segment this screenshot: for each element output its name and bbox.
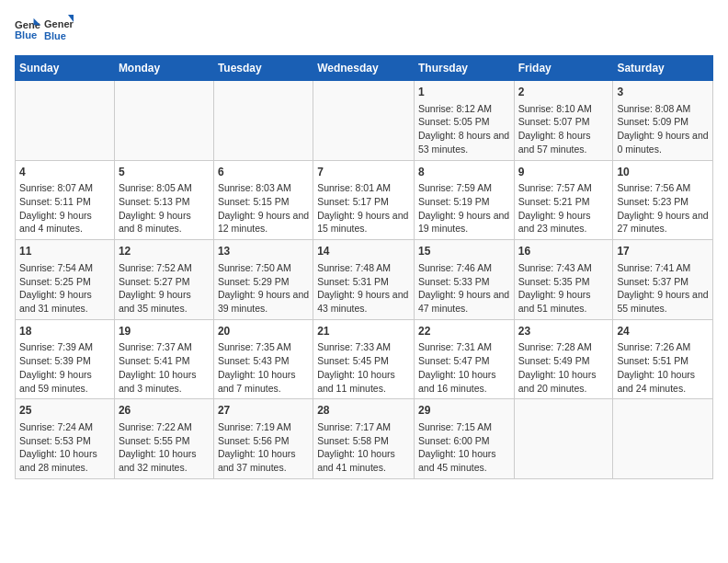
calendar-cell: 22Sunrise: 7:31 AMSunset: 5:47 PMDayligh…	[414, 319, 514, 399]
calendar-cell	[313, 81, 415, 161]
calendar-cell: 8Sunrise: 7:59 AMSunset: 5:19 PMDaylight…	[414, 160, 514, 240]
weekday-header-saturday: Saturday	[613, 56, 713, 81]
day-info: Sunrise: 7:48 AMSunset: 5:31 PMDaylight:…	[317, 261, 410, 316]
day-number: 27	[218, 403, 309, 419]
logo: General Blue General Blue	[15, 15, 74, 44]
calendar-cell	[514, 399, 613, 479]
day-number: 2	[518, 85, 609, 100]
calendar-cell: 6Sunrise: 8:03 AMSunset: 5:15 PMDaylight…	[213, 160, 313, 240]
calendar-cell	[213, 81, 313, 161]
day-info: Sunrise: 7:46 AMSunset: 5:33 PMDaylight:…	[418, 261, 510, 316]
day-info: Sunrise: 7:59 AMSunset: 5:19 PMDaylight:…	[418, 181, 510, 236]
day-info: Sunrise: 7:57 AMSunset: 5:21 PMDaylight:…	[518, 181, 609, 236]
calendar-cell: 12Sunrise: 7:52 AMSunset: 5:27 PMDayligh…	[114, 240, 213, 320]
day-info: Sunrise: 8:01 AMSunset: 5:17 PMDaylight:…	[317, 181, 410, 236]
calendar-cell: 29Sunrise: 7:15 AMSunset: 6:00 PMDayligh…	[414, 399, 514, 479]
day-number: 12	[119, 244, 210, 259]
svg-text:Blue: Blue	[44, 30, 66, 41]
day-info: Sunrise: 8:08 AMSunset: 5:09 PMDaylight:…	[617, 102, 709, 156]
day-number: 24	[617, 324, 709, 339]
day-number: 14	[317, 244, 410, 259]
day-info: Sunrise: 8:12 AMSunset: 5:05 PMDaylight:…	[418, 102, 510, 156]
day-number: 21	[317, 324, 410, 339]
day-number: 5	[119, 165, 210, 180]
day-number: 9	[518, 165, 609, 180]
calendar-cell: 4Sunrise: 8:07 AMSunset: 5:11 PMDaylight…	[16, 160, 115, 240]
calendar-cell: 24Sunrise: 7:26 AMSunset: 5:51 PMDayligh…	[613, 319, 713, 399]
calendar-cell: 1Sunrise: 8:12 AMSunset: 5:05 PMDaylight…	[414, 81, 514, 161]
day-info: Sunrise: 7:35 AMSunset: 5:43 PMDaylight:…	[218, 340, 309, 395]
calendar-cell: 2Sunrise: 8:10 AMSunset: 5:07 PMDaylight…	[514, 81, 613, 161]
day-number: 25	[19, 403, 110, 419]
day-number: 16	[518, 244, 609, 259]
day-number: 19	[119, 324, 210, 339]
calendar-cell: 15Sunrise: 7:46 AMSunset: 5:33 PMDayligh…	[414, 240, 514, 320]
day-number: 29	[418, 403, 510, 419]
weekday-header-friday: Friday	[514, 56, 613, 81]
day-number: 8	[418, 165, 510, 180]
calendar-cell: 20Sunrise: 7:35 AMSunset: 5:43 PMDayligh…	[213, 319, 313, 399]
general-blue-logo-icon: General Blue	[44, 15, 74, 44]
calendar-cell: 10Sunrise: 7:56 AMSunset: 5:23 PMDayligh…	[613, 160, 713, 240]
calendar-cell: 13Sunrise: 7:50 AMSunset: 5:29 PMDayligh…	[213, 240, 313, 320]
day-number: 6	[218, 165, 309, 180]
calendar-cell: 3Sunrise: 8:08 AMSunset: 5:09 PMDaylight…	[613, 81, 713, 161]
weekday-header-wednesday: Wednesday	[313, 56, 415, 81]
day-info: Sunrise: 7:39 AMSunset: 5:39 PMDaylight:…	[19, 340, 110, 395]
day-info: Sunrise: 7:26 AMSunset: 5:51 PMDaylight:…	[617, 340, 709, 395]
calendar-cell	[613, 399, 713, 479]
day-number: 1	[418, 85, 510, 100]
day-info: Sunrise: 7:41 AMSunset: 5:37 PMDaylight:…	[617, 261, 709, 316]
day-number: 23	[518, 324, 609, 339]
weekday-header-sunday: Sunday	[16, 56, 115, 81]
calendar-cell: 9Sunrise: 7:57 AMSunset: 5:21 PMDaylight…	[514, 160, 613, 240]
day-info: Sunrise: 7:15 AMSunset: 6:00 PMDaylight:…	[418, 420, 510, 475]
day-number: 17	[617, 244, 709, 259]
day-number: 28	[317, 403, 410, 419]
weekday-header-tuesday: Tuesday	[213, 56, 313, 81]
calendar-cell	[114, 81, 213, 161]
day-info: Sunrise: 7:52 AMSunset: 5:27 PMDaylight:…	[119, 261, 210, 316]
day-number: 20	[218, 324, 309, 339]
calendar-table: SundayMondayTuesdayWednesdayThursdayFrid…	[15, 55, 713, 479]
day-number: 4	[19, 165, 110, 180]
calendar-cell: 18Sunrise: 7:39 AMSunset: 5:39 PMDayligh…	[16, 319, 115, 399]
day-info: Sunrise: 8:07 AMSunset: 5:11 PMDaylight:…	[19, 181, 110, 236]
weekday-header-monday: Monday	[114, 56, 213, 81]
day-number: 11	[19, 244, 110, 259]
calendar-cell: 16Sunrise: 7:43 AMSunset: 5:35 PMDayligh…	[514, 240, 613, 320]
calendar-cell: 21Sunrise: 7:33 AMSunset: 5:45 PMDayligh…	[313, 319, 415, 399]
day-number: 3	[617, 85, 709, 100]
calendar-cell: 14Sunrise: 7:48 AMSunset: 5:31 PMDayligh…	[313, 240, 415, 320]
day-info: Sunrise: 7:54 AMSunset: 5:25 PMDaylight:…	[19, 261, 110, 316]
day-info: Sunrise: 7:28 AMSunset: 5:49 PMDaylight:…	[518, 340, 609, 395]
day-number: 13	[218, 244, 309, 259]
svg-text:Blue: Blue	[15, 29, 37, 40]
day-number: 15	[418, 244, 510, 259]
calendar-cell: 11Sunrise: 7:54 AMSunset: 5:25 PMDayligh…	[16, 240, 115, 320]
calendar-cell: 27Sunrise: 7:19 AMSunset: 5:56 PMDayligh…	[213, 399, 313, 479]
day-number: 22	[418, 324, 510, 339]
day-info: Sunrise: 7:31 AMSunset: 5:47 PMDaylight:…	[418, 340, 510, 395]
calendar-cell: 26Sunrise: 7:22 AMSunset: 5:55 PMDayligh…	[114, 399, 213, 479]
day-number: 26	[119, 403, 210, 419]
calendar-cell: 7Sunrise: 8:01 AMSunset: 5:17 PMDaylight…	[313, 160, 415, 240]
day-info: Sunrise: 8:03 AMSunset: 5:15 PMDaylight:…	[218, 181, 309, 236]
calendar-cell: 5Sunrise: 8:05 AMSunset: 5:13 PMDaylight…	[114, 160, 213, 240]
day-number: 7	[317, 165, 410, 180]
day-info: Sunrise: 7:19 AMSunset: 5:56 PMDaylight:…	[218, 420, 309, 475]
svg-text:General: General	[44, 18, 74, 29]
calendar-cell: 17Sunrise: 7:41 AMSunset: 5:37 PMDayligh…	[613, 240, 713, 320]
calendar-cell: 23Sunrise: 7:28 AMSunset: 5:49 PMDayligh…	[514, 319, 613, 399]
calendar-cell	[16, 81, 115, 161]
day-number: 18	[19, 324, 110, 339]
calendar-cell: 25Sunrise: 7:24 AMSunset: 5:53 PMDayligh…	[16, 399, 115, 479]
day-info: Sunrise: 7:37 AMSunset: 5:41 PMDaylight:…	[119, 340, 210, 395]
weekday-header-thursday: Thursday	[414, 56, 514, 81]
day-number: 10	[617, 165, 709, 180]
calendar-cell: 19Sunrise: 7:37 AMSunset: 5:41 PMDayligh…	[114, 319, 213, 399]
day-info: Sunrise: 7:22 AMSunset: 5:55 PMDaylight:…	[119, 420, 210, 475]
day-info: Sunrise: 7:50 AMSunset: 5:29 PMDaylight:…	[218, 261, 309, 316]
logo-icon: General Blue	[15, 17, 40, 42]
calendar-cell: 28Sunrise: 7:17 AMSunset: 5:58 PMDayligh…	[313, 399, 415, 479]
